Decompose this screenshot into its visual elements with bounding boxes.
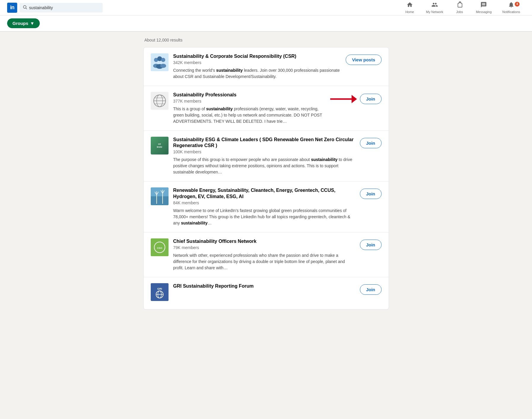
red-arrow-annotation: [330, 93, 357, 105]
results-count: About 12,000 results: [143, 38, 389, 42]
messaging-label: Messaging: [476, 10, 492, 14]
group-info: Renewable Energy, Sustainability, Cleant…: [173, 187, 355, 226]
group-name: Chief Sustainability Officers Network: [173, 238, 355, 245]
view-posts-button[interactable]: View posts: [346, 55, 381, 65]
group-members: 84K members: [173, 200, 355, 205]
join-button[interactable]: Join: [360, 189, 382, 199]
nav-jobs[interactable]: Jobs: [449, 0, 470, 15]
group-avatar-placeholder: CSO: [151, 238, 169, 256]
group-action: View posts: [346, 53, 381, 65]
nav-messaging[interactable]: Messaging: [471, 0, 496, 15]
group-action: Join: [360, 283, 382, 295]
notifications-label: Notifications: [502, 10, 520, 14]
group-avatar-svg: [151, 92, 169, 110]
group-info: Sustainability & Corporate Social Respon…: [173, 53, 341, 80]
join-button[interactable]: Join: [360, 240, 382, 250]
group-item: céleste Sustainability ESG & Climate Lea…: [144, 131, 389, 182]
home-label: Home: [405, 10, 414, 14]
search-input[interactable]: [29, 5, 100, 10]
svg-text:CSO: CSO: [157, 247, 162, 249]
desc-bold: sustainability: [216, 68, 243, 73]
search-icon: [23, 5, 27, 11]
group-description: Network with other, experienced professi…: [173, 252, 355, 271]
join-button[interactable]: Join: [360, 284, 382, 295]
jobs-icon: [456, 1, 463, 9]
group-members: 377K members: [173, 99, 325, 103]
notifications-icon: [508, 1, 514, 9]
group-avatar: [151, 92, 169, 110]
group-avatar-placeholder: GRI: [151, 283, 169, 301]
desc-before: This is a group of: [173, 106, 206, 111]
groups-label: Groups: [12, 21, 28, 26]
jobs-label: Jobs: [456, 10, 463, 14]
svg-point-5: [161, 58, 165, 62]
group-members: 79K members: [173, 245, 355, 250]
nav-home[interactable]: Home: [399, 0, 420, 15]
results-card: Sustainability & Corporate Social Respon…: [143, 47, 389, 310]
group-avatar-placeholder: [151, 187, 169, 205]
group-description: This is a group of sustainability profes…: [173, 106, 325, 125]
group-action: Join: [360, 238, 382, 250]
main-nav: Home My Network Jobs Messaging 4 Notif: [399, 0, 525, 15]
group-item: Sustainability & Corporate Social Respon…: [144, 47, 389, 86]
nav-notifications[interactable]: 4 Notifications: [498, 0, 525, 15]
group-action: Join: [360, 187, 382, 199]
chevron-down-icon: ▼: [30, 21, 34, 26]
desc-bold: sustainability: [206, 106, 233, 111]
messaging-icon: [480, 1, 487, 9]
nav-my-network[interactable]: My Network: [421, 0, 448, 15]
desc-after: …: [207, 221, 212, 225]
arrow-icon: [330, 93, 357, 105]
group-name: Renewable Energy, Sustainability, Cleant…: [173, 187, 355, 200]
group-action: Join: [330, 92, 382, 105]
desc-text: Network with other, experienced professi…: [173, 253, 345, 270]
group-name: Sustainability ESG & Climate Leaders ( S…: [173, 137, 355, 149]
desc-before: The purpose of this group is to empower …: [173, 157, 311, 162]
join-button[interactable]: Join: [360, 94, 382, 104]
group-name: Sustainability Professionals: [173, 92, 325, 98]
group-item: Sustainability Professionals 377K member…: [144, 86, 389, 131]
group-avatar: [151, 53, 169, 71]
svg-point-8: [160, 64, 166, 68]
linkedin-logo[interactable]: in: [7, 3, 17, 13]
group-description: Warm welcome to one of LinkedIn's fastes…: [173, 208, 355, 226]
header: in Home My Network: [0, 0, 532, 15]
group-avatar: GRI: [151, 283, 169, 301]
group-action: Join: [360, 137, 382, 148]
group-item: CSO Chief Sustainability Officers Networ…: [144, 232, 389, 277]
search-bar: [20, 3, 103, 12]
group-avatar: céleste: [151, 137, 169, 154]
group-avatar: [151, 187, 169, 205]
header-left: in: [7, 3, 103, 13]
svg-line-1: [26, 8, 27, 9]
main-content: About 12,000 results Sustainability & Co…: [139, 32, 394, 316]
group-info: Sustainability Professionals 377K member…: [173, 92, 325, 125]
desc-bold: sustainability: [181, 221, 207, 225]
my-network-label: My Network: [426, 10, 443, 14]
group-avatar: CSO: [151, 238, 169, 256]
svg-text:GRI: GRI: [157, 287, 162, 290]
group-name: GRI Sustainability Reporting Forum: [173, 283, 355, 289]
group-description: Connecting the world's sustainability le…: [173, 67, 341, 80]
group-info: GRI Sustainability Reporting Forum: [173, 283, 355, 290]
group-info: Sustainability ESG & Climate Leaders ( S…: [173, 137, 355, 176]
group-item: Renewable Energy, Sustainability, Cleant…: [144, 181, 389, 232]
group-description: The purpose of this group is to empower …: [173, 157, 355, 175]
group-info: Chief Sustainability Officers Network 79…: [173, 238, 355, 271]
group-item: GRI GRI Sustainability Reporting Forum J…: [144, 277, 389, 309]
notification-badge: 4: [515, 2, 520, 7]
join-button[interactable]: Join: [360, 138, 382, 148]
my-network-icon: [431, 1, 438, 9]
svg-point-0: [23, 5, 26, 8]
svg-marker-16: [352, 95, 357, 103]
desc-bold: sustainability: [311, 157, 337, 162]
group-members: 342K members: [173, 60, 341, 65]
svg-rect-18: [151, 196, 169, 205]
filter-bar: Groups ▼: [0, 15, 532, 31]
group-avatar-placeholder: céleste: [151, 137, 169, 154]
home-icon: [406, 1, 413, 9]
group-avatar-svg: [151, 53, 169, 71]
group-name: Sustainability & Corporate Social Respon…: [173, 53, 341, 60]
groups-filter-button[interactable]: Groups ▼: [7, 18, 40, 28]
desc-before: Connecting the world's: [173, 68, 216, 73]
